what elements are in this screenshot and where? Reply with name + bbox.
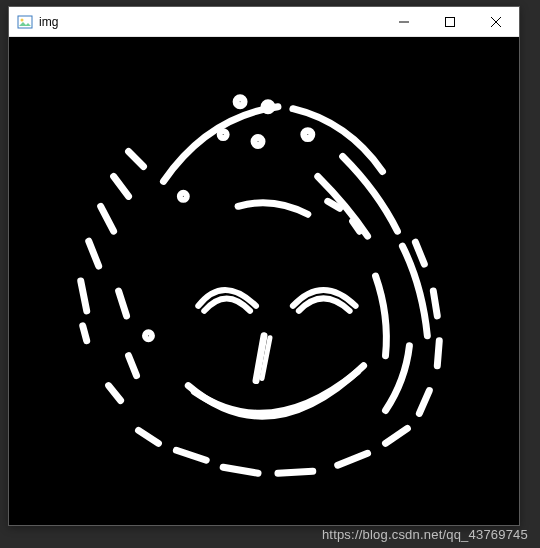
svg-rect-0	[18, 16, 32, 28]
svg-point-12	[145, 333, 151, 339]
window-controls	[381, 7, 519, 36]
application-window: img	[8, 6, 520, 526]
window-title: img	[39, 15, 381, 29]
svg-point-6	[236, 98, 244, 106]
watermark-text: https://blog.csdn.net/qq_43769745	[322, 527, 528, 542]
svg-rect-3	[446, 17, 455, 26]
svg-point-11	[180, 193, 186, 199]
titlebar[interactable]: img	[9, 7, 519, 37]
svg-point-8	[304, 131, 312, 139]
maximize-button[interactable]	[427, 7, 473, 36]
edge-image	[9, 37, 519, 525]
svg-point-10	[220, 132, 226, 138]
minimize-button[interactable]	[381, 7, 427, 36]
svg-point-1	[21, 18, 24, 21]
image-icon	[17, 14, 33, 30]
image-canvas	[9, 37, 519, 525]
close-button[interactable]	[473, 7, 519, 36]
svg-point-9	[254, 138, 262, 146]
